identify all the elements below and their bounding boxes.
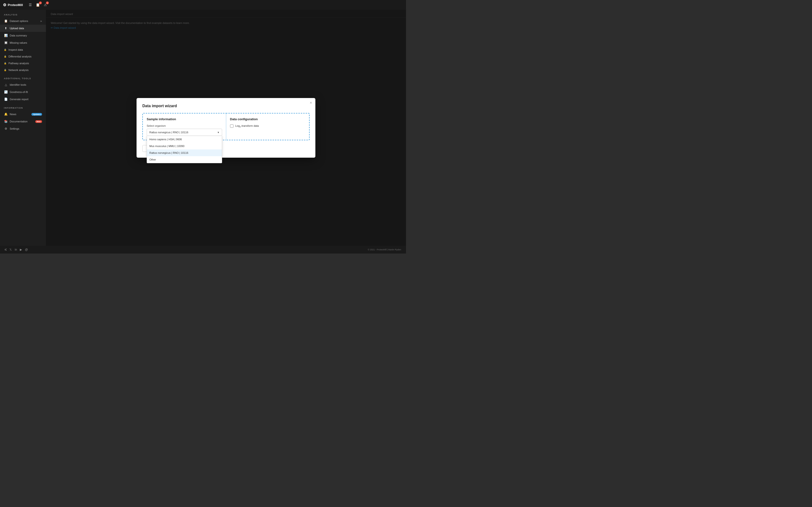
- sidebar-item-upload-data[interactable]: ⬆ Upload data: [0, 24, 46, 32]
- generate-report-icon: 📄: [4, 98, 8, 101]
- main-layout: ANALYSIS 📋 Dataset options ▶ ⬆ Upload da…: [0, 10, 406, 246]
- copyright-text: © 2021 - ProteoMill | Martin Ryden: [368, 248, 401, 251]
- identifier-tools-icon: △: [4, 83, 8, 87]
- sidebar-item-label: Pathway analysis: [8, 62, 42, 65]
- organism-dropdown-list: Homo sapiens | HSA | 9606 Mus musculus |…: [147, 136, 222, 163]
- logo-icon: ⚙: [3, 3, 6, 7]
- app-title: ProteoMill: [8, 3, 23, 7]
- sidebar-item-missing-values[interactable]: 🔲 Missing values: [0, 39, 46, 46]
- notification-button-1[interactable]: 📋 2: [35, 2, 41, 7]
- sidebar-item-network-analysis[interactable]: 🔒 Network analysis: [0, 67, 46, 73]
- linkedin-icon[interactable]: in: [15, 248, 17, 251]
- sidebar-item-label: Upload data: [10, 27, 42, 30]
- sidebar-item-inspect-data[interactable]: 🔒 Inspect data: [0, 46, 46, 53]
- missing-values-icon: 🔲: [4, 41, 8, 44]
- data-configuration-panel: Data configuration Log2-transform data: [226, 113, 310, 140]
- lock-icon: 🔒: [4, 49, 6, 51]
- news-icon: 🔔: [4, 113, 8, 116]
- data-import-wizard-modal: Data import wizard × Sample information …: [137, 98, 315, 158]
- organism-select[interactable]: Homo sapiens | HSA | 9606 Mus musculus |…: [147, 129, 222, 136]
- topbar-icons: ☰ 📋 2 ⚠ 3: [28, 2, 48, 7]
- sidebar-item-documentation[interactable]: 📚 Documentation New: [0, 118, 46, 125]
- settings-icon: ⚙: [4, 127, 8, 130]
- sidebar-item-pathway-analysis[interactable]: 🔒 Pathway analysis: [0, 60, 46, 67]
- menu-button[interactable]: ☰: [28, 2, 33, 7]
- sidebar-item-label: Missing values: [10, 41, 42, 44]
- data-summary-icon: 📊: [4, 34, 8, 37]
- documentation-icon: 📚: [4, 120, 8, 123]
- sidebar-item-label: Settings: [10, 127, 42, 130]
- footer-icons: ⑆ 𝕏 in ▶ @: [5, 248, 28, 251]
- log-transform-row: Log2-transform data: [230, 124, 305, 128]
- sidebar-item-data-summary[interactable]: 📊 Data summary: [0, 32, 46, 39]
- sidebar-item-identifier-tools[interactable]: △ Identifier tools: [0, 81, 46, 89]
- select-organism-label: Select organism: [147, 124, 222, 127]
- sidebar-item-label: Dataset options: [10, 19, 39, 22]
- organism-option-rattus-norvegicus[interactable]: Rattus norvegicus | RNO | 10116: [147, 150, 222, 156]
- content-area: Data import wizard Welcome! Get started …: [46, 10, 406, 246]
- sidebar-item-settings[interactable]: ⚙ Settings: [0, 125, 46, 132]
- goodness-of-fit-icon: 📉: [4, 90, 8, 94]
- sidebar-section-information: INFORMATION: [0, 103, 46, 111]
- sidebar-item-goodness-of-fit[interactable]: 📉 Goodness-of-fit: [0, 89, 46, 96]
- organism-option-mus-musculus[interactable]: Mus musculus | MMU | 10090: [147, 143, 222, 150]
- github-icon[interactable]: ⑆: [5, 248, 6, 251]
- sidebar-item-differential-analysis[interactable]: 🔒 Differential analysis: [0, 53, 46, 60]
- dataset-options-icon: 📋: [4, 19, 8, 23]
- news-badge: Updates: [32, 113, 42, 116]
- sidebar-item-label: Identifier tools: [10, 83, 42, 86]
- sidebar-item-dataset-options[interactable]: 📋 Dataset options ▶: [0, 17, 46, 24]
- sidebar-item-label: Documentation: [10, 120, 33, 123]
- notification-badge-1: 2: [39, 1, 42, 4]
- app-logo: ⚙ ProteoMill: [3, 3, 23, 7]
- sidebar-item-label: News: [10, 113, 30, 116]
- sidebar-item-label: Data summary: [10, 34, 42, 37]
- lock-icon: 🔒: [4, 55, 6, 58]
- log-transform-label: Log2-transform data: [236, 124, 259, 128]
- lock-icon: 🔒: [4, 69, 6, 71]
- sidebar-item-label: Differential analysis: [8, 55, 42, 58]
- footer: ⑆ 𝕏 in ▶ @ © 2021 - ProteoMill | Martin …: [0, 246, 406, 253]
- log-transform-checkbox[interactable]: [230, 124, 234, 128]
- organism-option-other[interactable]: Other: [147, 156, 222, 163]
- notification-button-2[interactable]: ⚠ 3: [43, 2, 48, 7]
- sidebar: ANALYSIS 📋 Dataset options ▶ ⬆ Upload da…: [0, 10, 46, 246]
- modal-close-button[interactable]: ×: [310, 101, 312, 105]
- modal-grid: Sample information Select organism Homo …: [142, 113, 310, 140]
- notification-badge-2: 3: [46, 1, 49, 4]
- modal-overlay: Data import wizard × Sample information …: [46, 10, 406, 246]
- data-panel-title: Data configuration: [230, 117, 305, 121]
- topbar: ⚙ ProteoMill ☰ 📋 2 ⚠ 3: [0, 0, 406, 10]
- lock-icon: 🔒: [4, 62, 6, 64]
- sidebar-section-analysis: ANALYSIS: [0, 10, 46, 17]
- sidebar-item-label: Network analysis: [8, 68, 42, 71]
- sidebar-item-label: Goodness-of-fit: [10, 91, 42, 94]
- youtube-icon[interactable]: ▶: [20, 248, 22, 251]
- sidebar-item-label: Inspect data: [8, 48, 42, 51]
- organism-dropdown-container: Homo sapiens | HSA | 9606 Mus musculus |…: [147, 129, 222, 136]
- chevron-right-icon: ▶: [41, 20, 42, 22]
- sample-panel-title: Sample information: [147, 117, 222, 121]
- sidebar-item-news[interactable]: 🔔 News Updates: [0, 111, 46, 118]
- sidebar-item-generate-report[interactable]: 📄 Generate report: [0, 96, 46, 103]
- upload-data-icon: ⬆: [4, 26, 8, 30]
- sidebar-section-additional-tools: ADDITIONAL TOOLS: [0, 73, 46, 81]
- documentation-badge: New: [35, 120, 42, 123]
- organism-option-homo-sapiens[interactable]: Homo sapiens | HSA | 9606: [147, 136, 222, 143]
- sample-information-panel: Sample information Select organism Homo …: [142, 113, 226, 140]
- sidebar-item-label: Generate report: [10, 98, 42, 101]
- twitter-icon[interactable]: 𝕏: [9, 248, 12, 251]
- modal-title: Data import wizard: [142, 104, 310, 108]
- email-icon[interactable]: @: [25, 248, 28, 251]
